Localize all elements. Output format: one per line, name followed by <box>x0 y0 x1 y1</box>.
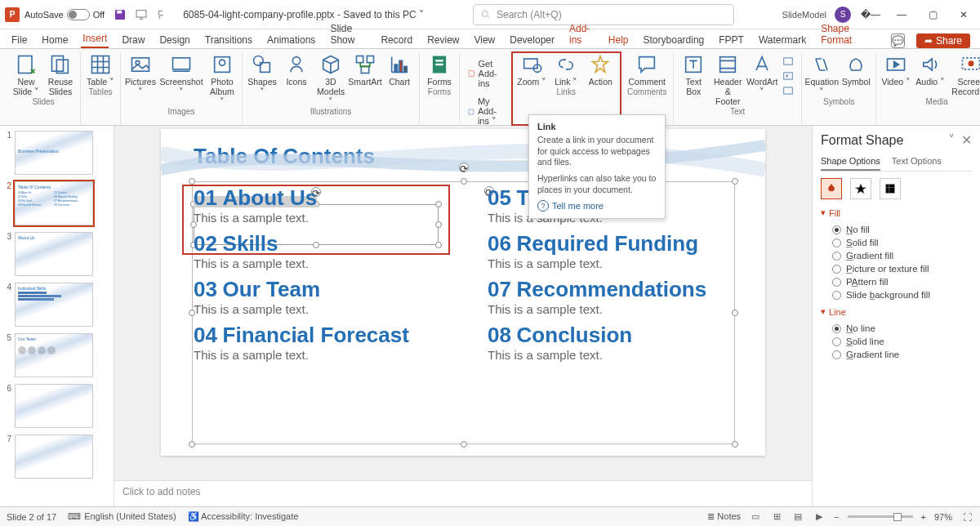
tab-slideshow[interactable]: Slide Show <box>328 20 368 48</box>
slide-canvas[interactable]: Table Of Contents ⟳ ⟳ <box>161 129 765 456</box>
fill-no-fill[interactable]: No fill <box>821 223 972 236</box>
thumbnail-1[interactable]: Business Presentation <box>15 131 93 175</box>
tab-insert[interactable]: Insert <box>81 30 109 48</box>
forms-button[interactable]: Forms <box>425 52 454 87</box>
sorter-view-icon[interactable]: ⊞ <box>770 510 783 524</box>
screen-recording-button[interactable]: Screen Recording <box>950 52 980 96</box>
effects-icon[interactable] <box>850 178 871 199</box>
pane-close-icon[interactable]: ✕ <box>961 132 972 148</box>
rotate-handle-icon[interactable]: ⟳ <box>459 163 469 172</box>
thumbnail-3[interactable]: About Us <box>15 232 93 276</box>
action-button[interactable]: Action <box>586 52 615 87</box>
tab-developer[interactable]: Developer <box>508 32 556 48</box>
photo-album-button[interactable]: Photo Album ˅ <box>207 52 237 106</box>
get-addins-button[interactable]: Get Add-ins <box>465 57 506 90</box>
textbox-button[interactable]: Text Box <box>679 52 708 96</box>
tab-file[interactable]: File <box>10 32 29 48</box>
tab-record[interactable]: Record <box>379 32 414 48</box>
icons-button[interactable]: Icons <box>282 52 311 87</box>
line-solid[interactable]: Solid line <box>821 335 972 348</box>
toc-item-funding[interactable]: 06 Required FundingThis is a sample text… <box>488 231 733 270</box>
pictures-button[interactable]: Pictures ˅ <box>126 52 155 96</box>
accessibility-indicator[interactable]: ♿ Accessibility: Investigate <box>188 511 299 522</box>
document-title[interactable]: 6085-04-light-company-profile.pptx - Sav… <box>183 9 424 20</box>
fill-line-icon[interactable] <box>821 178 842 199</box>
notes-pane[interactable]: Click to add notes <box>114 480 812 506</box>
tab-draw[interactable]: Draw <box>120 32 146 48</box>
toc-item-forecast[interactable]: 04 Financial ForecastThis is a sample te… <box>194 323 439 362</box>
zoom-level[interactable]: 97% <box>934 512 952 522</box>
toggle-switch[interactable] <box>67 9 90 20</box>
smartart-button[interactable]: SmartArt <box>350 52 380 87</box>
minimize-icon[interactable]: — <box>890 3 913 26</box>
tooltip-tell-me-more[interactable]: ?Tell me more <box>537 200 657 212</box>
tab-transitions[interactable]: Transitions <box>203 32 254 48</box>
symbol-button[interactable]: Symbol <box>841 52 871 87</box>
canvas-area[interactable]: Table Of Contents ⟳ ⟳ <box>114 126 812 480</box>
my-addins-button[interactable]: My Add-ins ˅ <box>465 95 506 128</box>
tab-review[interactable]: Review <box>425 32 461 48</box>
tab-help[interactable]: Help <box>607 32 630 48</box>
equation-button[interactable]: Equation ˅ <box>807 52 836 96</box>
fill-section-header[interactable]: ▾Fill <box>821 207 972 218</box>
thumbnail-7[interactable] <box>15 435 93 479</box>
new-slide-button[interactable]: New Slide ˅ <box>11 52 41 96</box>
pane-tab-text-options[interactable]: Text Options <box>892 153 942 171</box>
fill-pattern[interactable]: PAttern fill <box>821 275 972 288</box>
fill-solid[interactable]: Solid fill <box>821 236 972 249</box>
tab-storyboarding[interactable]: Storyboarding <box>642 32 706 48</box>
toc-item-conclusion[interactable]: 08 ConclusionThis is a sample text. <box>488 323 733 362</box>
fill-gradient[interactable]: Gradient fill <box>821 249 972 262</box>
screenshot-button[interactable]: Screenshot ˅ <box>160 52 203 96</box>
table-button[interactable]: Table ˅ <box>86 52 115 87</box>
reuse-slides-button[interactable]: Reuse Slides <box>46 52 75 96</box>
comments-icon[interactable]: 💬 <box>891 33 905 48</box>
pane-tab-shape-options[interactable]: Shape Options <box>821 153 880 171</box>
tab-design[interactable]: Design <box>158 32 191 48</box>
toc-item-skills[interactable]: 02 SkillsThis is a sample text. <box>194 231 439 270</box>
search-input[interactable]: Search (Alt+Q) <box>473 4 734 25</box>
tab-view[interactable]: View <box>472 32 497 48</box>
tab-animations[interactable]: Animations <box>265 32 317 48</box>
date-time-icon[interactable] <box>782 56 795 67</box>
autosave-toggle[interactable]: AutoSave Off <box>24 9 105 20</box>
zoom-slider[interactable] <box>848 515 913 518</box>
video-button[interactable]: Video ˅ <box>881 52 911 87</box>
slide-indicator[interactable]: Slide 2 of 17 <box>7 512 56 522</box>
thumbnail-6[interactable] <box>15 384 93 428</box>
tab-addins[interactable]: Add-ins <box>568 20 595 48</box>
toc-item-about-us[interactable]: 01 About Us This is a sample text. <box>194 185 439 225</box>
tab-shapeformat[interactable]: Shape Format <box>819 20 868 48</box>
thumbnail-4[interactable]: Individual Skills <box>15 283 93 327</box>
shapes-button[interactable]: Shapes ˅ <box>247 52 277 96</box>
slideshow-view-icon[interactable]: ▶ <box>813 510 826 524</box>
normal-view-icon[interactable]: ▭ <box>749 510 762 524</box>
tab-home[interactable]: Home <box>40 32 69 48</box>
size-properties-icon[interactable] <box>880 178 901 199</box>
zoom-in-icon[interactable]: + <box>921 512 926 522</box>
header-footer-button[interactable]: Header & Footer <box>713 52 742 106</box>
fill-slide-bg[interactable]: Slide background fill <box>821 288 972 301</box>
toc-item-recommendations[interactable]: 07 RecommendationsThis is a sample text. <box>488 277 733 316</box>
line-no-line[interactable]: No line <box>821 322 972 335</box>
toc-item-our-team[interactable]: 03 Our TeamThis is a sample text. <box>194 277 439 316</box>
slide-number-icon[interactable]: # <box>782 70 795 82</box>
audio-button[interactable]: Audio ˅ <box>915 52 945 87</box>
3d-models-button[interactable]: 3D Models ˅ <box>316 52 345 106</box>
reading-view-icon[interactable]: ▤ <box>791 510 804 524</box>
undo-icon[interactable] <box>155 7 170 22</box>
fit-to-window-icon[interactable]: ⛶ <box>960 510 973 524</box>
pane-dropdown-icon[interactable]: ˅ <box>948 132 955 148</box>
thumbnail-5[interactable]: Our Team <box>15 333 93 377</box>
line-gradient[interactable]: Gradient line <box>821 348 972 361</box>
close-icon[interactable]: ✕ <box>952 3 975 26</box>
tab-watermark[interactable]: Watermark <box>757 32 808 48</box>
link-button[interactable]: Link ˅ <box>551 52 581 87</box>
thumbnail-2[interactable]: Table Of Contents01 About Us05 Timeline0… <box>15 181 93 225</box>
line-section-header[interactable]: ▾Line <box>821 306 972 317</box>
chart-button[interactable]: Chart <box>385 52 414 87</box>
wordart-button[interactable]: WordArt ˅ <box>747 52 777 96</box>
lang-indicator[interactable]: ⌨English (United States) <box>68 511 176 522</box>
zoom-button[interactable]: Zoom ˅ <box>517 52 546 87</box>
fill-picture[interactable]: Picture or texture fill <box>821 262 972 275</box>
